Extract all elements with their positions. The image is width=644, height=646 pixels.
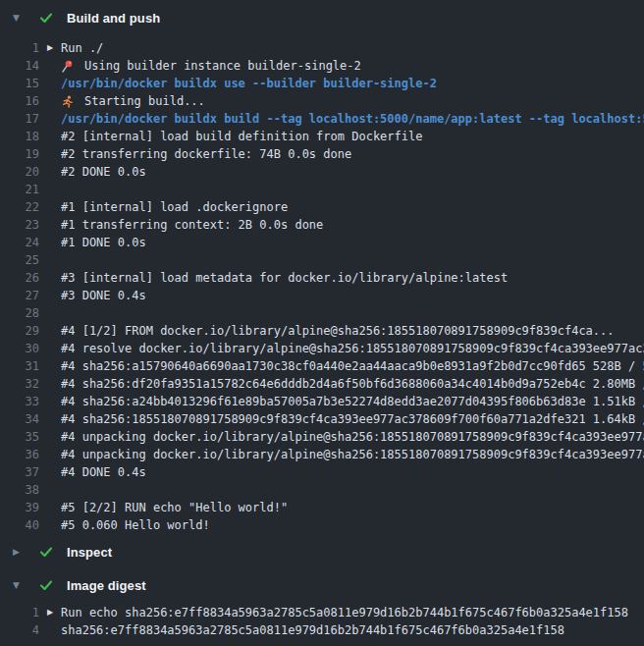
section-header-inspect[interactable]: ▶Inspect <box>0 542 644 562</box>
log-text: Using builder instance builder-single-2 <box>61 59 644 73</box>
section-title-build-and-push: Build and push <box>67 11 160 26</box>
log-line-text: #3 DONE 0.4s <box>61 289 146 302</box>
log-line-text: #4 sha256:a24bb4013296f61e89ba57005a7b3e… <box>61 395 644 408</box>
log-line: 21 <box>0 181 644 198</box>
log-line: 22#1 [internal] load .dockerignore <box>0 198 644 216</box>
group-expander-icon[interactable]: ▶ <box>47 44 53 52</box>
line-number[interactable]: 26 <box>0 271 39 285</box>
chevron-down-icon[interactable]: ▼ <box>13 581 25 590</box>
log-line-text: /usr/bin/docker buildx build --tag local… <box>61 112 644 126</box>
section-header-image-digest[interactable]: ▼Image digest <box>0 575 644 595</box>
log-line: 33#4 sha256:a24bb4013296f61e89ba57005a7b… <box>0 393 644 410</box>
log-line: 17/usr/bin/docker buildx build --tag loc… <box>0 110 644 128</box>
line-number[interactable]: 15 <box>0 77 39 90</box>
log-line-text: Using builder instance builder-single-2 <box>84 59 361 73</box>
chevron-right-icon[interactable]: ▶ <box>13 548 25 557</box>
log-text: #2 [internal] load build definition from… <box>61 130 644 143</box>
line-number[interactable]: 29 <box>0 324 39 338</box>
line-number[interactable]: 34 <box>0 412 39 426</box>
log-text: #5 [2/2] RUN echo "Hello world!" <box>61 501 644 514</box>
log-line: 32#4 sha256:df20fa9351a15782c64e6dddb2d4… <box>0 375 644 393</box>
group-expander-icon[interactable]: ▶ <box>47 609 53 617</box>
line-number[interactable]: 24 <box>0 236 39 249</box>
log-text: #3 DONE 0.4s <box>61 289 644 302</box>
line-number[interactable]: 27 <box>0 289 39 302</box>
log-line-text: #4 [1/2] FROM docker.io/library/alpine@s… <box>61 324 615 338</box>
log-line: 39#5 [2/2] RUN echo "Hello world!" <box>0 499 644 516</box>
log-line: 24#1 DONE 0.0s <box>0 234 644 251</box>
log-line: 29#4 [1/2] FROM docker.io/library/alpine… <box>0 322 644 340</box>
line-number[interactable]: 1 <box>0 41 39 55</box>
line-number[interactable]: 31 <box>0 359 39 373</box>
success-check-icon <box>39 578 54 592</box>
line-number[interactable]: 4 <box>0 623 39 637</box>
section-log-lines-build-and-push: 1▶Run ./14Using builder instance builder… <box>0 39 644 534</box>
log-line-text: #4 sha256:df20fa9351a15782c64e6dddb2d4a6… <box>61 377 644 391</box>
line-number[interactable]: 37 <box>0 465 39 479</box>
line-number[interactable]: 18 <box>0 130 39 143</box>
log-line: 38 <box>0 481 644 499</box>
line-number[interactable]: 20 <box>0 165 39 179</box>
line-number[interactable]: 14 <box>0 59 39 73</box>
log-text: Starting build... <box>61 94 644 108</box>
line-number[interactable]: 21 <box>0 183 39 196</box>
section-header-build-and-push[interactable]: ▼Build and push <box>0 8 644 27</box>
log-line-text: #1 [internal] load .dockerignore <box>61 200 288 214</box>
log-line: 40#5 0.060 Hello world! <box>0 516 644 534</box>
log-text: #4 sha256:185518070891758909c9f839cf4ca3… <box>61 412 644 426</box>
log-line: 35#4 unpacking docker.io/library/alpine@… <box>0 428 644 446</box>
pin-icon <box>61 60 77 73</box>
log-text: Run echo sha256:e7ff8834a5963a2785c5a081… <box>61 606 644 619</box>
log-text: #1 DONE 0.0s <box>61 236 644 249</box>
log-text: #5 0.060 Hello world! <box>61 518 644 532</box>
line-number[interactable]: 39 <box>0 501 39 514</box>
line-number[interactable]: 28 <box>0 306 39 320</box>
log-text: #4 sha256:a24bb4013296f61e89ba57005a7b3e… <box>61 395 644 408</box>
log-text: sha256:e7ff8834a5963a2785c5a0811e979d16b… <box>61 623 644 637</box>
log-line: 20#2 DONE 0.0s <box>0 163 644 181</box>
runner-icon <box>61 95 77 108</box>
section-image-digest: ▼Image digest1▶Run echo sha256:e7ff8834a… <box>0 575 644 639</box>
log-line: 34#4 sha256:185518070891758909c9f839cf4c… <box>0 410 644 428</box>
log-line: 27#3 DONE 0.4s <box>0 287 644 304</box>
line-number[interactable]: 19 <box>0 147 39 161</box>
log-text: #4 sha256:a15790640a6690aa1730c38cf0a440… <box>61 359 644 373</box>
line-number[interactable]: 22 <box>0 200 39 214</box>
success-check-icon <box>39 545 54 559</box>
line-number[interactable]: 1 <box>0 606 39 619</box>
log-line: 37#4 DONE 0.4s <box>0 463 644 481</box>
chevron-down-icon[interactable]: ▼ <box>13 14 25 23</box>
log-line-text: Run ./ <box>61 41 103 55</box>
log-text: Run ./ <box>61 41 644 55</box>
log-line-text: #1 DONE 0.0s <box>61 236 146 249</box>
log-text: #1 [internal] load .dockerignore <box>61 200 644 214</box>
section-log-lines-image-digest: 1▶Run echo sha256:e7ff8834a5963a2785c5a0… <box>0 604 644 639</box>
line-number[interactable]: 17 <box>0 112 39 126</box>
log-line: 14Using builder instance builder-single-… <box>0 57 644 75</box>
line-number[interactable]: 40 <box>0 518 39 532</box>
expander-slot: ▶ <box>39 609 61 617</box>
success-check-icon <box>39 11 54 25</box>
log-line: 36#4 unpacking docker.io/library/alpine@… <box>0 446 644 463</box>
line-number[interactable]: 35 <box>0 430 39 444</box>
log-line-text: #4 unpacking docker.io/library/alpine@sh… <box>61 448 644 461</box>
log-line: 28 <box>0 304 644 322</box>
log-line-text: /usr/bin/docker buildx use --builder bui… <box>61 77 437 90</box>
line-number[interactable]: 33 <box>0 395 39 408</box>
log-line: 4sha256:e7ff8834a5963a2785c5a0811e979d16… <box>0 621 644 639</box>
line-number[interactable]: 25 <box>0 253 39 267</box>
log-line-text: #2 transferring dockerfile: 74B 0.0s don… <box>61 147 351 161</box>
line-number[interactable]: 23 <box>0 218 39 232</box>
expander-slot: ▶ <box>39 44 61 52</box>
line-number[interactable]: 30 <box>0 342 39 355</box>
line-number[interactable]: 32 <box>0 377 39 391</box>
line-number[interactable]: 16 <box>0 94 39 108</box>
line-number[interactable]: 36 <box>0 448 39 461</box>
line-number[interactable]: 38 <box>0 483 39 497</box>
log-line-text: #4 sha256:185518070891758909c9f839cf4ca3… <box>61 412 644 426</box>
log-line: 25 <box>0 251 644 269</box>
workflow-log: ▼Build and push1▶Run ./14Using builder i… <box>0 0 644 646</box>
log-line-text: #2 [internal] load build definition from… <box>61 130 422 143</box>
log-text: #4 DONE 0.4s <box>61 465 644 479</box>
section-title-inspect: Inspect <box>67 545 112 560</box>
